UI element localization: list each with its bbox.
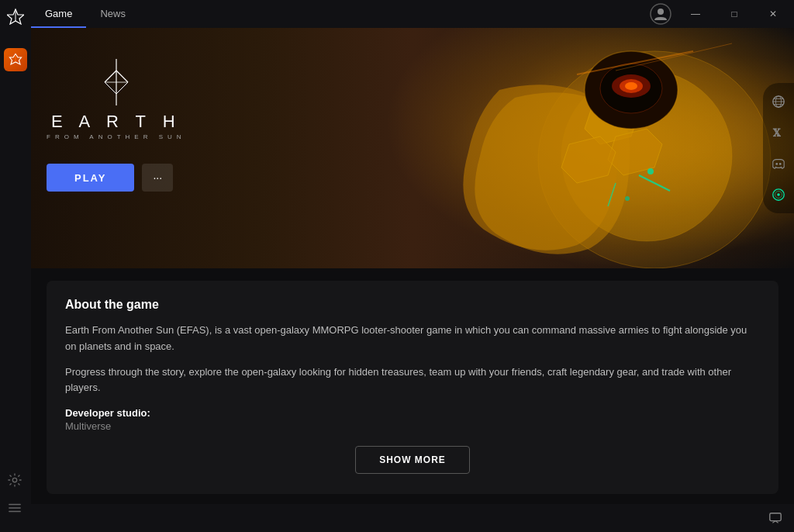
close-button[interactable]: ✕: [755, 0, 791, 28]
svg-line-27: [105, 71, 116, 82]
svg-line-31: [116, 82, 128, 94]
developer-label: Developer studio:: [65, 407, 760, 419]
svg-line-30: [105, 82, 116, 94]
game-logo: E A R T H FROM ANOTHER SUN: [47, 59, 186, 140]
about-paragraph-2: Progress through the story, explore the …: [65, 364, 760, 397]
globe-icon[interactable]: [768, 91, 789, 112]
play-button[interactable]: PLAY: [47, 164, 134, 192]
feedback-icon[interactable]: [765, 507, 786, 529]
tab-game[interactable]: Game: [31, 0, 86, 28]
developer-value: Multiverse: [65, 420, 760, 432]
svg-point-39: [779, 163, 782, 165]
chat-icon[interactable]: [768, 184, 789, 206]
about-section: About the game Earth From Another Sun (E…: [47, 281, 778, 494]
avatar-button[interactable]: [647, 0, 675, 28]
show-more-button[interactable]: SHOW MORE: [355, 446, 470, 474]
sidebar-game-item[interactable]: [4, 48, 27, 71]
menu-icon[interactable]: [8, 501, 23, 516]
more-options-button[interactable]: ···: [142, 164, 173, 192]
discord-icon[interactable]: [768, 153, 789, 174]
svg-point-8: [658, 9, 664, 15]
hero-actions: PLAY ···: [47, 164, 186, 192]
main-content: E A R T H FROM ANOTHER SUN PLAY ···: [31, 28, 794, 532]
about-title: About the game: [65, 298, 760, 312]
twitter-icon[interactable]: 𝕏: [768, 122, 789, 143]
hero-background: [344, 28, 794, 268]
svg-point-38: [775, 163, 778, 165]
minimize-button[interactable]: —: [678, 0, 713, 28]
titlebar: Game News — □ ✕: [31, 0, 794, 28]
svg-text:𝕏: 𝕏: [773, 128, 782, 139]
maximize-button[interactable]: □: [716, 0, 752, 28]
sidebar-logo[interactable]: [7, 8, 24, 25]
game-title: E A R T H: [51, 112, 181, 132]
hero-content: E A R T H FROM ANOTHER SUN PLAY ···: [47, 59, 186, 192]
sidebar-bottom: [8, 473, 23, 524]
social-icons: 𝕏: [763, 83, 794, 213]
tab-news[interactable]: News: [86, 0, 140, 28]
game-subtitle: FROM ANOTHER SUN: [47, 133, 186, 140]
bottom-bar: [31, 504, 794, 532]
settings-icon[interactable]: [8, 473, 23, 489]
svg-point-3: [12, 478, 16, 482]
svg-line-28: [116, 71, 128, 82]
hero-section: E A R T H FROM ANOTHER SUN PLAY ···: [31, 28, 794, 268]
window-controls: — □ ✕: [647, 0, 794, 28]
svg-point-42: [777, 193, 780, 196]
svg-rect-43: [770, 513, 781, 521]
earth-logo-icon: [97, 59, 136, 105]
sidebar: [0, 0, 31, 532]
about-paragraph-1: Earth From Another Sun (EFAS), is a vast…: [65, 323, 760, 355]
